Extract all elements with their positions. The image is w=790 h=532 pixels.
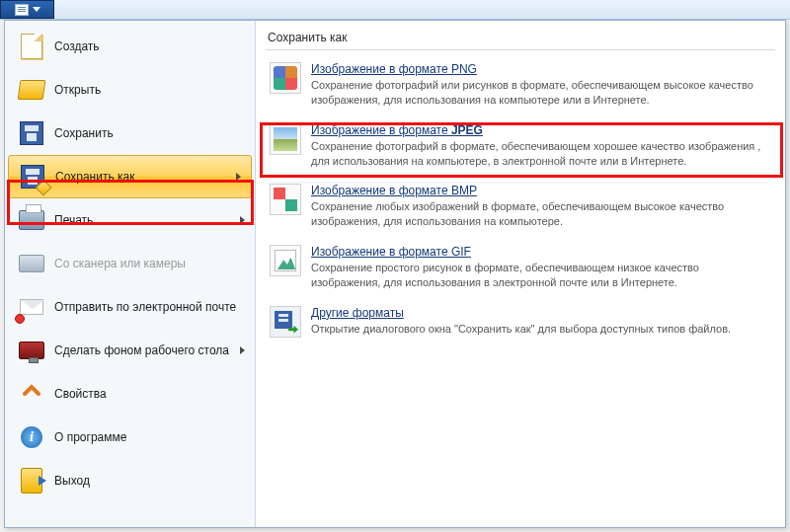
menu-item-new[interactable]: Создать xyxy=(5,25,255,68)
format-option-png[interactable]: Изображение в формате PNG Сохранение фот… xyxy=(266,56,775,117)
format-option-gif[interactable]: Изображение в формате GIF Сохранение про… xyxy=(266,239,775,300)
email-icon xyxy=(19,294,44,320)
format-desc: Сохранение фотографий или рисунков в фор… xyxy=(311,78,771,108)
open-icon xyxy=(19,77,44,103)
format-desc: Сохранение простого рисунок в формате, о… xyxy=(311,261,771,290)
about-icon: i xyxy=(19,424,44,450)
window-titlebar xyxy=(0,0,790,20)
menu-item-label: Сохранить как xyxy=(55,170,236,184)
menu-item-properties[interactable]: Свойства xyxy=(5,372,255,416)
menu-item-scanner: Со сканера или камеры xyxy=(5,242,255,285)
document-icon xyxy=(15,4,29,16)
menu-item-label: Выход xyxy=(54,474,90,488)
submenu-arrow-icon xyxy=(240,216,245,224)
new-icon xyxy=(19,34,44,59)
gif-icon xyxy=(270,245,301,276)
menu-item-open[interactable]: Открыть xyxy=(5,68,255,112)
menu-item-save[interactable]: Сохранить xyxy=(5,112,255,155)
menu-item-label: О программе xyxy=(54,430,126,444)
other-formats-icon xyxy=(270,306,301,338)
menu-item-email[interactable]: Отправить по электронной почте xyxy=(5,285,255,329)
format-option-other[interactable]: Другие форматы Открытие диалогового окна… xyxy=(266,300,775,347)
save-icon xyxy=(19,120,44,146)
scanner-icon xyxy=(19,251,44,276)
menu-item-label: Отправить по электронной почте xyxy=(54,300,236,314)
menu-item-about[interactable]: i О программе xyxy=(5,416,255,459)
format-title: Изображение в формате PNG xyxy=(311,62,771,76)
format-title: Другие форматы xyxy=(311,306,771,320)
format-title: Изображение в формате GIF xyxy=(311,245,771,259)
menu-item-save-as[interactable]: Сохранить как xyxy=(8,155,252,198)
properties-icon xyxy=(19,381,44,407)
format-title: Изображение в формате BMP xyxy=(311,184,771,197)
submenu-title: Сохранить как xyxy=(266,29,775,50)
exit-icon xyxy=(19,468,44,494)
menu-item-label: Печать xyxy=(54,213,93,227)
menu-item-label: Открыть xyxy=(54,83,101,97)
print-icon xyxy=(19,207,44,233)
format-option-jpeg[interactable]: Изображение в формате JPEG Сохранение фо… xyxy=(266,117,775,179)
app-menu-button[interactable] xyxy=(0,0,54,19)
save-as-submenu: Сохранить как Изображение в формате PNG … xyxy=(256,21,785,527)
bmp-icon xyxy=(270,184,301,215)
format-option-bmp[interactable]: Изображение в формате BMP Сохранение люб… xyxy=(266,178,775,239)
format-desc: Сохранение фотографий в формате, обеспеч… xyxy=(311,139,771,169)
wallpaper-icon xyxy=(19,338,44,363)
format-title: Изображение в формате JPEG xyxy=(311,123,771,137)
menu-item-print[interactable]: Печать xyxy=(5,198,255,242)
menu-item-wallpaper[interactable]: Сделать фоном рабочего стола xyxy=(5,329,255,372)
menu-item-label: Создать xyxy=(54,39,100,53)
menu-item-label: Сохранить xyxy=(54,126,114,140)
format-desc: Сохранение любых изображений в формате, … xyxy=(311,199,771,229)
save-as-icon xyxy=(20,164,45,190)
file-menu-dropdown: Создать Открыть Сохранить Сохранить как … xyxy=(4,20,786,528)
menu-item-exit[interactable]: Выход xyxy=(5,459,255,502)
png-icon xyxy=(270,62,301,94)
menu-item-label: Со сканера или камеры xyxy=(54,257,186,270)
file-menu-left: Создать Открыть Сохранить Сохранить как … xyxy=(5,21,256,527)
submenu-arrow-icon xyxy=(236,173,241,181)
menu-item-label: Свойства xyxy=(54,387,107,401)
submenu-arrow-icon xyxy=(240,346,245,354)
jpeg-icon xyxy=(270,123,301,155)
menu-item-label: Сделать фоном рабочего стола xyxy=(54,343,229,357)
chevron-down-icon xyxy=(33,7,40,12)
format-desc: Открытие диалогового окна "Сохранить как… xyxy=(311,322,771,337)
